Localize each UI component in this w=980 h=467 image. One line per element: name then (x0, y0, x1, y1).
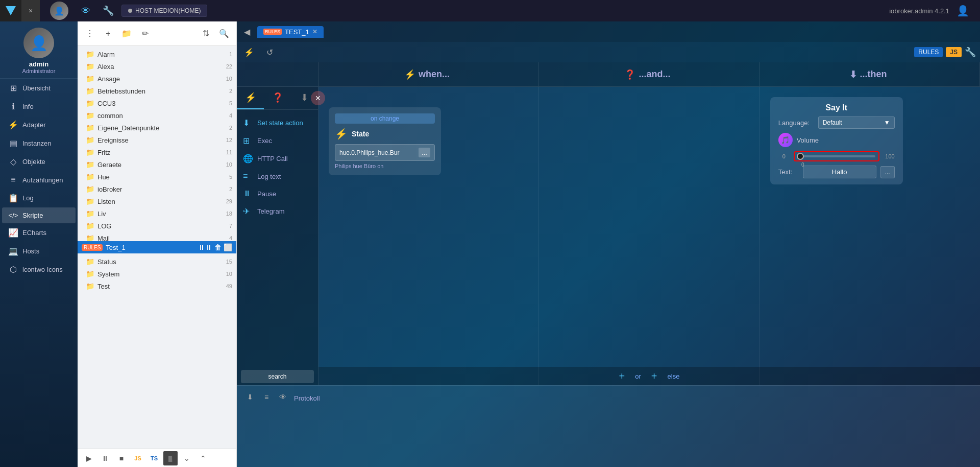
filetree-folder[interactable]: 📁Listen29 (78, 195, 236, 207)
pause-all-button[interactable]: ⏸ (98, 451, 112, 465)
app-logo (0, 0, 21, 21)
filetree-folder[interactable]: 📁Ansage10 (78, 73, 236, 85)
action-item-setstate[interactable]: ⬇ Set state action (237, 114, 318, 132)
text-input-button[interactable]: Hallo (803, 166, 876, 178)
tab-test1[interactable]: RULES TEST_1 ✕ (257, 26, 324, 38)
add-script-button[interactable]: + (100, 26, 116, 42)
expand-button[interactable]: ⌄ (180, 451, 194, 465)
folder-icon: 📁 (86, 173, 94, 181)
refresh-button[interactable]: ↺ (261, 44, 278, 60)
action-item-pause[interactable]: ⏸ Pause (237, 185, 318, 202)
sidebar-item-objekte[interactable]: ◇ Objekte (2, 153, 76, 171)
add-folder-button[interactable]: 📁 (118, 26, 135, 42)
action-label-telegram: Telegram (257, 207, 284, 215)
action-item-log[interactable]: ≡ Log text (237, 168, 318, 185)
sidebar-item-log[interactable]: 📋 Log (2, 189, 76, 207)
language-value: Default (823, 119, 842, 126)
action-tab-trigger[interactable]: ⚡ (237, 87, 264, 109)
filetree-folder[interactable]: 📁System10 (78, 268, 236, 280)
sidebar-nav: ⊞ Übersicht ℹ Info ⚡ Adapter ▤ Instanzen… (0, 79, 78, 467)
fullscreen-script-button[interactable]: ⬜ (224, 243, 232, 251)
filetree-folder[interactable]: 📁Fritz11 (78, 146, 236, 158)
folder-count: 29 (226, 198, 232, 204)
sidebar-item-adapter[interactable]: ⚡ Adapter (2, 116, 76, 134)
tab-close-button[interactable]: ✕ (312, 28, 317, 35)
protocol-download-icon[interactable]: ⬇ (243, 390, 257, 404)
stop-all-button[interactable]: ■ (114, 451, 129, 465)
volume-thumb[interactable] (797, 153, 804, 160)
filetree-folder[interactable]: 📁Alarm1 (78, 48, 236, 60)
close-button[interactable]: × (21, 0, 40, 21)
sidebar-item-instanzen[interactable]: ▤ Instanzen (2, 134, 76, 152)
protocol-list-icon[interactable]: ≡ (259, 390, 274, 404)
tab-back-button[interactable]: ◀ (239, 24, 255, 40)
pause-script-button[interactable]: ⏸⏸ (198, 243, 212, 251)
action-item-exec[interactable]: ⊞ Exec (237, 132, 318, 150)
folder-count: 1 (229, 51, 232, 57)
search-button[interactable]: search (241, 370, 314, 383)
host-button[interactable]: HOST MEDION(HOME) (121, 5, 207, 17)
filetree-folder[interactable]: 📁Hue5 (78, 171, 236, 183)
filetree-folder[interactable]: 📁Eigene_Datenpunkte2 (78, 122, 236, 134)
play-all-button[interactable]: ▶ (82, 451, 96, 465)
collapse-button[interactable]: ⌃ (196, 451, 210, 465)
run-button[interactable]: ⚡ (241, 44, 257, 60)
block-type-button[interactable]: ▒ (163, 451, 178, 465)
language-select[interactable]: Default ▼ (818, 116, 895, 129)
folder-name: Liv (97, 210, 106, 218)
aufzahlungen-icon: ≡ (8, 175, 18, 184)
edit-button[interactable]: ✏ (137, 26, 153, 42)
js-type-button[interactable]: JS (131, 451, 145, 465)
sidebar-label-icontwo: icontwo Icons (22, 266, 63, 273)
text-browse-button[interactable]: ... (880, 166, 895, 178)
action-label-exec: Exec (257, 137, 272, 145)
folder-count: 7 (229, 223, 232, 229)
and-label: ...and... (639, 69, 670, 80)
filetree-folder[interactable]: 📁LOG7 (78, 220, 236, 232)
sort-button[interactable]: ⇅ (198, 26, 214, 42)
when-label: when... (419, 69, 450, 80)
question-icon-header: ❓ (624, 69, 635, 80)
filetree-folder[interactable]: 📁Ereignisse12 (78, 134, 236, 146)
action-item-http[interactable]: 🌐 HTTP Call (237, 150, 318, 168)
ts-type-button[interactable]: TS (147, 451, 161, 465)
action-tab-condition[interactable]: ❓ (264, 87, 291, 109)
filetree-folder[interactable]: 📁Status15 (78, 255, 236, 268)
search-tree-button[interactable]: 🔍 (216, 26, 232, 42)
script-tabs: ◀ RULES TEST_1 ✕ (237, 21, 980, 42)
sidebar-item-aufzahlungen[interactable]: ≡ Aufzählungen (2, 171, 76, 189)
filetree-folder[interactable]: 📁CCU35 (78, 97, 236, 109)
trigger-input[interactable]: hue.0.Philips_hue.Bur ... (335, 144, 435, 161)
filetree-folder[interactable]: 📁Test49 (78, 280, 236, 292)
else-label: else (668, 372, 680, 380)
trigger-browse-button[interactable]: ... (419, 148, 430, 157)
filetree-folder[interactable]: 📁Betriebsstunden2 (78, 85, 236, 97)
sidebar-item-hosts[interactable]: 💻 Hosts (2, 242, 76, 260)
sidebar-item-ubersicht[interactable]: ⊞ Übersicht (2, 79, 76, 97)
sidebar-item-skripte[interactable]: </> Skripte (2, 207, 76, 223)
plus-icon-1[interactable]: + (619, 370, 625, 382)
sidebar-item-info[interactable]: ℹ Info (2, 98, 76, 115)
user-icon-button[interactable]: 👤 (953, 2, 972, 20)
filetree-folder[interactable]: 📁common4 (78, 109, 236, 122)
folder-icon: 📁 (86, 222, 94, 230)
filetree-folder[interactable]: 📁Geraete10 (78, 158, 236, 171)
action-panel-close[interactable]: ✕ (311, 91, 325, 105)
filetree-folder[interactable]: 📁Mail4 (78, 232, 236, 241)
filetree-folder[interactable]: 📁Liv18 (78, 207, 236, 220)
topbar-right: iobroker.admin 4.2.1 👤 (889, 2, 980, 20)
sidebar-item-icontwo[interactable]: ⬡ icontwo Icons (2, 261, 76, 278)
tab-label: TEST_1 (285, 28, 309, 36)
menu-button[interactable]: ⋮ (82, 26, 98, 42)
filetree-folder[interactable]: 📁ioBroker2 (78, 183, 236, 195)
protocol-hide-icon[interactable]: 👁 (276, 390, 290, 404)
sidebar-item-echarts[interactable]: 📈 ECharts (2, 224, 76, 242)
settings-button[interactable]: 🔧 (99, 2, 117, 20)
delete-script-button[interactable]: 🗑 (214, 243, 222, 251)
visibility-button[interactable]: 👁 (77, 2, 95, 20)
action-item-telegram[interactable]: ✈ Telegram (237, 202, 318, 220)
folder-icon: 📁 (86, 209, 94, 218)
plus-icon-2[interactable]: + (651, 370, 657, 382)
filetree-folder[interactable]: 📁Alexa22 (78, 60, 236, 73)
gear-button[interactable]: 🔧 (965, 46, 976, 58)
